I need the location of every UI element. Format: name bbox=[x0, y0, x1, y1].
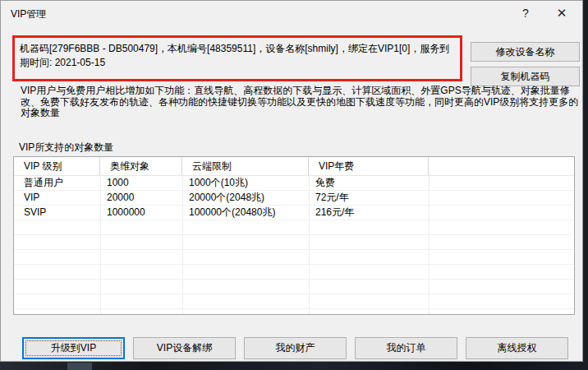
column-header-vip-level[interactable]: VIP 级别 bbox=[14, 157, 100, 175]
offline-authorization-button[interactable]: 离线授权 bbox=[466, 337, 568, 359]
upgrade-to-vip-button[interactable]: 升级到VIP bbox=[22, 337, 125, 359]
cell-fee: 免费 bbox=[309, 176, 429, 190]
table-gridline bbox=[309, 176, 310, 314]
vip-management-dialog: VIP管理 ? ✕ 机器码[279F6BBB - DB500479]，本机编号[… bbox=[0, 0, 583, 362]
table-caption: VIP所支持的对象数量 bbox=[19, 141, 113, 155]
cell-cloud: 100000个(20480兆) bbox=[182, 206, 309, 220]
cell-fee: 216元/年 bbox=[309, 206, 429, 220]
cell-fee: 72元/年 bbox=[309, 191, 429, 205]
titlebar[interactable]: VIP管理 ? ✕ bbox=[1, 1, 582, 25]
column-header-cloud-limit[interactable]: 云端限制 bbox=[182, 157, 309, 175]
vip-levels-table: VIP 级别 奥维对象 云端限制 VIP年费 普通用户 1000 1000个(1… bbox=[13, 156, 575, 315]
machine-info-highlight-box: 机器码[279F6BBB - DB500479]，本机编号[48359511]，… bbox=[12, 35, 462, 81]
cell-level: SVIP bbox=[14, 206, 100, 220]
help-button[interactable]: ? bbox=[512, 1, 540, 25]
table-header-row: VIP 级别 奥维对象 云端限制 VIP年费 bbox=[14, 157, 574, 176]
table-gridline bbox=[100, 176, 101, 314]
table-row-svip[interactable]: SVIP 1000000 100000个(20480兆) 216元/年 bbox=[14, 206, 574, 220]
cell-cloud: 1000个(10兆) bbox=[182, 176, 309, 190]
column-header-empty bbox=[429, 157, 574, 175]
window-title: VIP管理 bbox=[11, 7, 46, 21]
column-header-ovi-objects[interactable]: 奥维对象 bbox=[100, 157, 182, 175]
table-empty-area bbox=[14, 220, 574, 314]
cell-objects: 20000 bbox=[100, 191, 182, 205]
my-orders-button[interactable]: 我的订单 bbox=[355, 337, 457, 359]
cell-empty bbox=[429, 206, 574, 220]
vip-device-unbind-button[interactable]: VIP设备解绑 bbox=[133, 337, 236, 359]
cell-cloud: 20000个(2048兆) bbox=[182, 191, 309, 205]
cell-objects: 1000 bbox=[100, 176, 182, 190]
vip-feature-description: VIP用户与免费用户相比增加如下功能：直线导航、高程数据的下载与显示、计算区域面… bbox=[21, 86, 581, 119]
my-assets-button[interactable]: 我的财产 bbox=[244, 337, 347, 359]
background-map-fragment bbox=[67, 363, 92, 370]
table-row-vip[interactable]: VIP 20000 20000个(2048兆) 72元/年 bbox=[14, 191, 574, 206]
table-gridline bbox=[429, 176, 430, 314]
cell-empty bbox=[429, 176, 574, 190]
copy-machine-code-button[interactable]: 复制机器码 bbox=[471, 67, 580, 86]
machine-info-text: 机器码[279F6BBB - DB500479]，本机编号[48359511]，… bbox=[20, 43, 449, 68]
close-button[interactable]: ✕ bbox=[548, 1, 576, 25]
modify-device-name-button[interactable]: 修改设备名称 bbox=[471, 42, 580, 62]
table-row-free-user[interactable]: 普通用户 1000 1000个(10兆) 免费 bbox=[14, 176, 574, 191]
cell-empty bbox=[429, 191, 574, 205]
cell-level: VIP bbox=[14, 191, 100, 205]
desktop-background: VIP管理 ? ✕ 机器码[279F6BBB - DB500479]，本机编号[… bbox=[0, 0, 588, 370]
cell-objects: 1000000 bbox=[100, 206, 182, 220]
table-gridline bbox=[182, 176, 183, 314]
column-header-annual-fee[interactable]: VIP年费 bbox=[309, 157, 429, 175]
cell-level: 普通用户 bbox=[14, 176, 100, 190]
